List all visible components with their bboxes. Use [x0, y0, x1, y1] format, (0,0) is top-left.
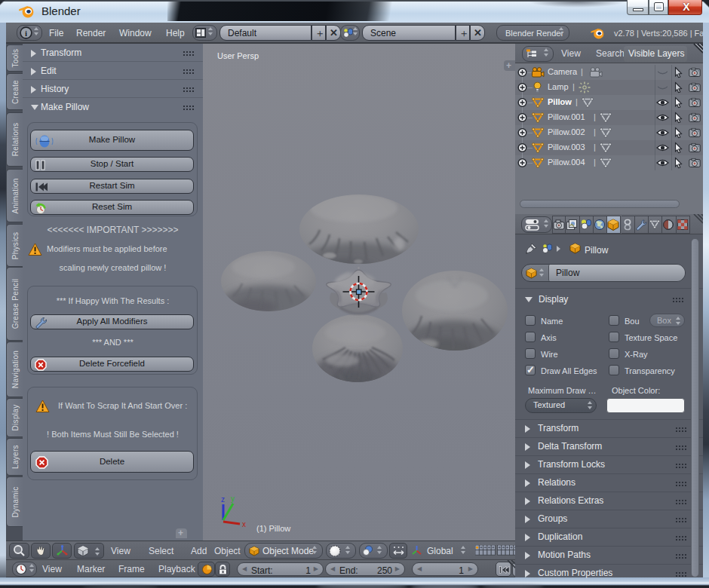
svg-text:i: i — [25, 29, 27, 38]
svg-text:(1) Pillow: (1) Pillow — [256, 524, 290, 533]
svg-text:y: y — [231, 495, 235, 503]
svg-text:User Persp: User Persp — [217, 51, 259, 60]
svg-text:z: z — [221, 495, 225, 504]
svg-text:x: x — [242, 520, 246, 528]
